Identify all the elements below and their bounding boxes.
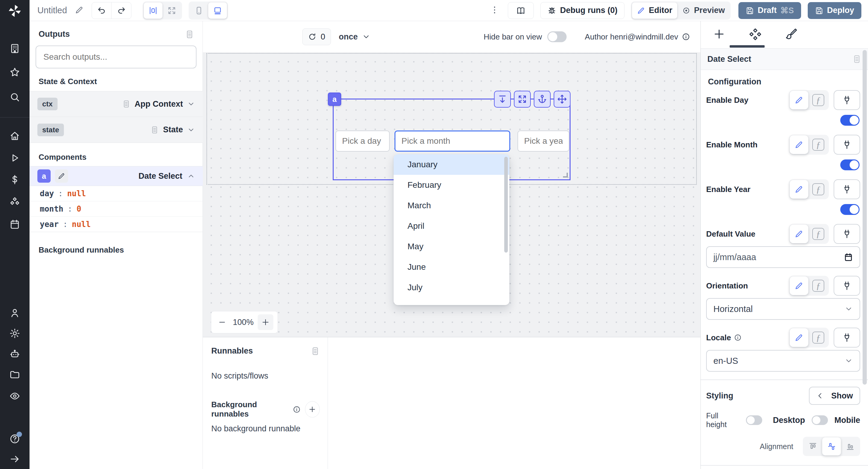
- component-output-day[interactable]: day:null: [30, 186, 203, 201]
- undo-button[interactable]: [92, 2, 112, 19]
- runs-icon[interactable]: [9, 153, 20, 163]
- info-icon[interactable]: [734, 334, 742, 342]
- search-icon[interactable]: [9, 92, 20, 102]
- workers-robot-icon[interactable]: [9, 349, 20, 359]
- debug-runs-button[interactable]: Debug runs (0): [540, 2, 624, 19]
- user-icon[interactable]: [9, 307, 20, 318]
- redo-button[interactable]: [112, 2, 131, 19]
- connect-plug-icon[interactable]: [834, 276, 860, 296]
- home-icon[interactable]: [9, 130, 20, 142]
- align-bottom-icon[interactable]: [841, 437, 860, 456]
- static-edit-pencil-icon[interactable]: [789, 135, 808, 154]
- state-row[interactable]: state State: [30, 117, 203, 143]
- ctx-row[interactable]: ctx App Context: [30, 91, 203, 117]
- month-option[interactable]: March: [394, 195, 509, 216]
- audit-eye-icon[interactable]: [9, 390, 20, 402]
- month-option[interactable]: August: [394, 298, 509, 305]
- collapse-rail-arrow-icon[interactable]: [9, 454, 20, 465]
- enable-year-toggle[interactable]: [840, 204, 860, 215]
- connect-plug-icon[interactable]: [834, 327, 860, 347]
- windmill-logo-icon[interactable]: [7, 4, 22, 18]
- component-settings-tab-icon[interactable]: [749, 28, 762, 41]
- favorites-icon[interactable]: [9, 67, 20, 78]
- month-input[interactable]: [395, 130, 510, 152]
- app-canvas[interactable]: a January February March April May June …: [203, 53, 701, 337]
- enable-month-toggle[interactable]: [840, 159, 860, 170]
- info-icon[interactable]: [293, 405, 301, 413]
- panel-doc-icon[interactable]: [185, 30, 194, 39]
- resources-icon[interactable]: [9, 196, 20, 207]
- styling-show-button[interactable]: Show: [809, 387, 860, 405]
- fx-expression-icon[interactable]: ƒ: [808, 180, 828, 199]
- global-styling-tab-brush-icon[interactable]: [785, 28, 798, 41]
- preview-tab[interactable]: Preview: [677, 2, 730, 19]
- static-edit-pencil-icon[interactable]: [789, 91, 808, 110]
- year-input[interactable]: [518, 130, 569, 152]
- search-outputs-input[interactable]: [36, 45, 196, 68]
- editor-tab[interactable]: Editor: [632, 2, 677, 19]
- month-option[interactable]: July: [394, 277, 509, 298]
- align-center-icon[interactable]: [822, 437, 841, 456]
- resize-corner-handle[interactable]: [563, 173, 568, 178]
- info-icon[interactable]: [682, 33, 690, 41]
- zoom-out-button[interactable]: [216, 316, 229, 329]
- docs-book-button[interactable]: [508, 2, 534, 19]
- connect-plug-icon[interactable]: [834, 135, 860, 155]
- workspace-icon[interactable]: [9, 43, 20, 54]
- panel-doc-icon[interactable]: [311, 347, 320, 356]
- draft-button[interactable]: Draft ⌘S: [738, 2, 801, 19]
- month-option[interactable]: February: [394, 175, 509, 195]
- settings-gear-icon[interactable]: [9, 328, 20, 339]
- fx-expression-icon[interactable]: ƒ: [808, 135, 828, 154]
- move-handle-icon[interactable]: [554, 91, 570, 107]
- desktop-device-button[interactable]: [208, 2, 227, 19]
- fullwidth-layout-button[interactable]: [162, 2, 181, 19]
- fx-expression-icon[interactable]: ƒ: [808, 276, 828, 295]
- component-row-a[interactable]: a Date Select: [30, 166, 203, 186]
- dropdown-scrollbar[interactable]: [504, 157, 508, 253]
- folders-icon[interactable]: [9, 369, 20, 380]
- static-edit-pencil-icon[interactable]: [789, 328, 808, 347]
- panel-doc-icon[interactable]: [852, 55, 861, 64]
- day-input[interactable]: [336, 130, 390, 152]
- static-edit-pencil-icon[interactable]: [789, 180, 808, 199]
- expand-down-handle-icon[interactable]: [494, 91, 511, 107]
- mobile-device-button[interactable]: [190, 2, 208, 19]
- hide-bar-toggle[interactable]: [547, 31, 567, 42]
- month-option[interactable]: January: [394, 154, 509, 175]
- orientation-select[interactable]: Horizontal: [706, 298, 860, 320]
- component-output-month[interactable]: month:0: [30, 201, 203, 217]
- rename-pencil-icon[interactable]: [75, 5, 84, 16]
- fx-expression-icon[interactable]: ƒ: [808, 91, 828, 110]
- anchor-handle-icon[interactable]: [534, 91, 551, 107]
- desktop-toggle[interactable]: [812, 415, 828, 425]
- component-tag-badge[interactable]: a: [328, 93, 341, 106]
- add-background-runnable-button[interactable]: [305, 401, 320, 417]
- locale-select[interactable]: en-US: [706, 350, 860, 372]
- kebab-menu-icon[interactable]: [490, 5, 499, 16]
- rename-component-pencil-icon[interactable]: [55, 169, 68, 183]
- calendar-icon[interactable]: [844, 253, 853, 262]
- fx-expression-icon[interactable]: ƒ: [808, 328, 828, 347]
- insert-component-tab-plus-icon[interactable]: [713, 28, 725, 41]
- static-edit-pencil-icon[interactable]: [789, 276, 808, 295]
- fx-expression-icon[interactable]: ƒ: [808, 224, 828, 243]
- connect-plug-icon[interactable]: [834, 179, 860, 199]
- help-icon[interactable]: [9, 433, 20, 444]
- connect-plug-icon[interactable]: [834, 224, 860, 244]
- enable-day-toggle[interactable]: [840, 115, 860, 126]
- refresh-button[interactable]: 0: [302, 28, 331, 45]
- variables-icon[interactable]: [9, 174, 20, 185]
- zoom-in-button[interactable]: [258, 314, 273, 330]
- static-edit-pencil-icon[interactable]: [789, 224, 808, 243]
- deploy-button[interactable]: Deploy: [808, 2, 861, 19]
- component-output-year[interactable]: year:null: [30, 217, 203, 232]
- inspector-scrollbar[interactable]: [863, 50, 867, 385]
- month-option[interactable]: June: [394, 257, 509, 277]
- center-layout-button[interactable]: [144, 2, 162, 19]
- default-value-date-input[interactable]: jj/mm/aaaa: [706, 246, 860, 268]
- month-option[interactable]: May: [394, 236, 509, 257]
- month-option[interactable]: April: [394, 216, 509, 236]
- frequency-dropdown[interactable]: once: [339, 32, 370, 41]
- connect-plug-icon[interactable]: [834, 90, 860, 110]
